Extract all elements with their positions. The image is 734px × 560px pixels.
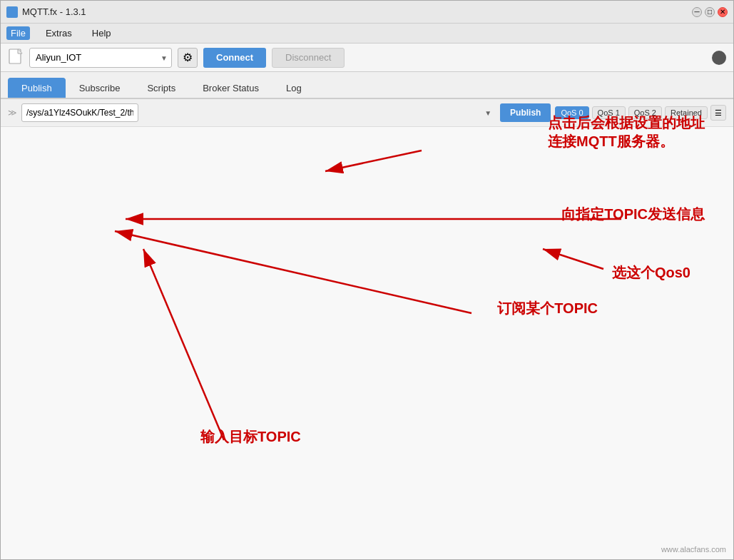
menu-file[interactable]: File [6,26,30,40]
connection-status-indicator [712,51,726,65]
publish-row: ≫ ▼ Publish QoS 0 QoS 1 QoS 2 Retained ☰ [1,99,733,127]
tab-publish[interactable]: Publish [8,78,66,98]
tab-scripts[interactable]: Scripts [133,78,189,98]
watermark: www.alacfans.com [661,545,726,554]
settings-button[interactable]: ⚙ [178,48,198,68]
row-handle-icon: ≫ [8,108,17,118]
menu-help[interactable]: Help [88,26,116,40]
qos2-button[interactable]: QoS 2 [628,106,662,119]
more-options-button[interactable]: ☰ [710,105,726,121]
main-window: MQTT.fx - 1.3.1 ─ □ ✕ File Extras Help A… [0,0,734,560]
tab-broker-status[interactable]: Broker Status [189,78,272,98]
tab-log[interactable]: Log [272,78,315,98]
menu-bar: File Extras Help [1,24,733,44]
retained-button[interactable]: Retained [665,106,708,119]
tab-subscribe[interactable]: Subscribe [66,78,134,98]
disconnect-button: Disconnect [272,48,345,68]
window-controls: ─ □ ✕ [692,7,728,17]
toolbar: Aliyun_IOT ▼ ⚙ Connect Disconnect [1,44,733,72]
topic-dropdown-icon: ▼ [484,109,491,117]
qos1-button[interactable]: QoS 1 [592,106,626,119]
qos-group: QoS 0 QoS 1 QoS 2 Retained ☰ [555,105,726,121]
title-bar-left: MQTT.fx - 1.3.1 [6,6,86,18]
profile-select-wrapper[interactable]: Aliyun_IOT ▼ [29,48,172,68]
profile-select[interactable]: Aliyun_IOT [29,48,172,68]
content-area [1,127,733,484]
title-bar: MQTT.fx - 1.3.1 ─ □ ✕ [1,1,733,24]
publish-button[interactable]: Publish [500,103,551,122]
close-button[interactable]: ✕ [718,7,728,17]
topic-input[interactable] [21,103,138,122]
new-connection-icon [8,49,24,67]
topic-select-wrapper[interactable]: ▼ [21,103,496,122]
connect-button[interactable]: Connect [203,48,266,68]
maximize-button[interactable]: □ [705,7,715,17]
window-title: MQTT.fx - 1.3.1 [22,6,86,17]
main-content: ≫ ▼ Publish QoS 0 QoS 1 QoS 2 Retained ☰ [1,99,733,559]
qos0-button[interactable]: QoS 0 [555,106,588,119]
app-icon [6,6,18,18]
minimize-button[interactable]: ─ [692,7,702,17]
tab-bar: Publish Subscribe Scripts Broker Status … [1,72,733,99]
menu-extras[interactable]: Extras [41,26,76,40]
